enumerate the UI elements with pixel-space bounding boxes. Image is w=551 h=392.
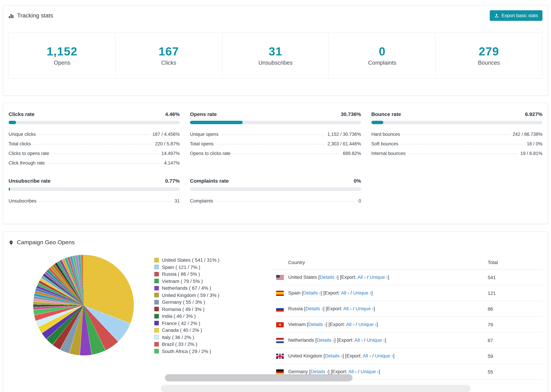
- table-text: Export:: [346, 353, 363, 358]
- stat-label: Bounces: [436, 60, 542, 66]
- details-link[interactable]: Details ›: [317, 337, 334, 343]
- dotted-leader: [47, 163, 162, 163]
- geo-table-row-russia: Russia [Details ›] [Export: All › / Uniq…: [273, 301, 543, 317]
- dotted-leader: [51, 154, 159, 154]
- legend-label: France ( 42 / 2% ): [162, 321, 200, 326]
- rate-progress-bar: [371, 121, 543, 124]
- table-text: ] [: [328, 369, 332, 374]
- stat-label: Complaints: [329, 60, 436, 66]
- rate-stat-row: Unique opens1,152 / 30.736%: [190, 127, 361, 137]
- stat-row-label: Internal bounces: [371, 151, 406, 156]
- stat-row-label: Complaints: [190, 198, 213, 203]
- legend-label: Russia ( 86 / 5% ): [162, 271, 200, 277]
- stat-row-value: 167 / 4.456%: [152, 132, 180, 137]
- legend-item-canada: Canada ( 40 / 2% ): [154, 327, 257, 334]
- table-text: Export:: [338, 337, 354, 343]
- table-text: ]: [388, 274, 389, 280]
- stat-row-value: 1,152 / 30.736%: [327, 132, 361, 137]
- legend-swatch: [154, 279, 159, 283]
- location-pin-icon: [8, 240, 14, 245]
- details-link[interactable]: Details ›: [303, 290, 321, 295]
- export-all-link[interactable]: All ›: [348, 369, 357, 374]
- legend-swatch: [154, 335, 159, 339]
- export-basic-stats-button[interactable]: Export basic stats: [490, 10, 543, 21]
- geo-opens-table: Country Total United States [Details ›] …: [273, 255, 543, 380]
- geo-table-row-netherlands: Netherlands [Details ›] [Export: All › /…: [273, 332, 543, 348]
- details-link[interactable]: Details ›: [325, 353, 343, 358]
- dotted-leader: [403, 134, 510, 135]
- legend-item-brazil: Brazil ( 33 / 2% ): [154, 341, 257, 348]
- geo-table-row-united-kingdom: United Kingdom [Details ›] [Export: All …: [273, 348, 543, 364]
- horizontal-scrollbar-track[interactable]: [161, 385, 471, 392]
- rate-stat-row: Opens to clicks rate689.82%: [190, 147, 361, 156]
- geo-opens-title: Campaign Geo Opens: [8, 239, 543, 246]
- table-text: /: [366, 274, 370, 280]
- legend-label: Romania ( 49 / 3% ): [162, 307, 205, 312]
- stat-label: Clicks: [116, 60, 222, 66]
- legend-swatch: [154, 265, 159, 269]
- export-all-link[interactable]: All ›: [357, 274, 366, 280]
- dotted-leader: [401, 144, 524, 144]
- export-unique-link[interactable]: Unique ›: [358, 322, 376, 327]
- table-text: /: [354, 322, 358, 327]
- export-unique-link[interactable]: Unique ›: [356, 306, 374, 311]
- de-flag-icon: [276, 369, 284, 375]
- table-text: [: [300, 290, 303, 295]
- horizontal-scrollbar-thumb[interactable]: [165, 374, 353, 381]
- rates-card: Clicks rate4.46%Unique clicks167 / 4.456…: [3, 103, 548, 224]
- stat-row-label: Clicks to opens rate: [8, 151, 49, 156]
- rate-progress-fill: [8, 188, 10, 191]
- export-all-link[interactable]: All ›: [354, 337, 363, 343]
- stat-row-value: 19 / 6.81%: [520, 151, 543, 156]
- stat-row-label: Click through rate: [8, 161, 45, 166]
- table-text: Export:: [332, 369, 348, 374]
- export-unique-link[interactable]: Unique ›: [375, 353, 393, 358]
- stat-box-complaints: 0Complaints: [329, 33, 436, 78]
- legend-swatch: [154, 321, 159, 325]
- details-link[interactable]: Details ›: [308, 322, 326, 327]
- total-column-header: Total: [488, 255, 543, 269]
- geo-opens-pie-chart[interactable]: [33, 255, 134, 355]
- country-column-header: Country: [273, 255, 488, 269]
- rate-value: 4.46%: [165, 111, 180, 117]
- legend-label: United States ( 541 / 31% ): [162, 257, 219, 263]
- rate-progress-bar: [8, 188, 180, 191]
- country-total: 67: [488, 332, 543, 348]
- gb-flag-icon: [276, 354, 284, 359]
- export-all-link[interactable]: All ›: [346, 322, 354, 327]
- country-total: 59: [488, 348, 543, 364]
- export-unique-link[interactable]: Unique ›: [360, 369, 379, 374]
- country-total: 121: [488, 285, 543, 301]
- details-link[interactable]: Details ›: [320, 274, 337, 280]
- export-all-link[interactable]: All ›: [341, 290, 349, 295]
- stat-row-label: Soft bounces: [371, 141, 398, 147]
- table-text: /: [371, 353, 375, 358]
- legend-item-india: India ( 46 / 3% ): [154, 313, 257, 320]
- ru-flag-icon: [276, 307, 284, 312]
- stat-row-value: 14.497%: [161, 151, 180, 156]
- stat-row-value: 31: [175, 198, 180, 203]
- stat-value: 1,152: [9, 44, 115, 58]
- us-flag-icon: [276, 275, 284, 280]
- stat-row-value: 0: [359, 198, 361, 203]
- export-unique-link[interactable]: Unique ›: [367, 337, 385, 343]
- geo-table-row-vietnam: Vietnam [Details ›] [Export: All › / Uni…: [273, 317, 543, 332]
- details-link[interactable]: Details ›: [311, 369, 328, 374]
- stat-box-clicks: 167Clicks: [116, 33, 222, 78]
- rate-progress-fill: [371, 121, 383, 124]
- table-text: /: [352, 306, 355, 311]
- export-unique-link[interactable]: Unique ›: [353, 290, 371, 295]
- stat-row-value: 18 / 0%: [527, 141, 543, 147]
- table-text: ]: [379, 369, 380, 374]
- details-link[interactable]: Details ›: [305, 306, 323, 311]
- export-all-link[interactable]: All ›: [363, 353, 371, 358]
- table-text: [: [303, 306, 306, 311]
- legend-swatch: [154, 272, 159, 276]
- rate-title: Unsubscribe rate: [8, 178, 50, 184]
- nl-flag-icon: [276, 338, 284, 343]
- export-all-link[interactable]: All ›: [343, 306, 352, 311]
- country-name: United Kingdom: [288, 353, 322, 358]
- table-text: ]: [393, 353, 395, 358]
- export-unique-link[interactable]: Unique ›: [370, 274, 388, 280]
- rate-value: 6.927%: [525, 111, 543, 117]
